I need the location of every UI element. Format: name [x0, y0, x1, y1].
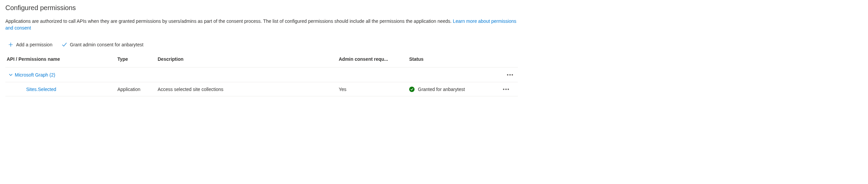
group-more-button[interactable]: ••• — [504, 71, 517, 79]
permission-admin-consent: Yes — [339, 87, 409, 92]
permission-name-link[interactable]: Sites.Selected — [7, 87, 117, 92]
api-group-label: Microsoft Graph (2) — [15, 72, 55, 78]
api-group-toggle[interactable]: Microsoft Graph (2) — [7, 71, 500, 79]
chevron-down-icon — [9, 73, 13, 77]
plus-icon — [8, 42, 13, 47]
col-header-type[interactable]: Type — [117, 56, 158, 62]
permission-status: Granted for anbarytest — [409, 87, 496, 92]
section-description: Applications are authorized to call APIs… — [5, 18, 522, 31]
permission-type: Application — [117, 87, 158, 92]
api-group-row: Microsoft Graph (2) ••• — [5, 68, 518, 82]
row-more-button[interactable]: ••• — [500, 86, 513, 93]
col-header-name[interactable]: API / Permissions name — [7, 56, 117, 62]
table-row: Sites.Selected Application Access select… — [5, 82, 518, 96]
grant-consent-label: Grant admin consent for anbarytest — [70, 42, 143, 47]
col-header-status[interactable]: Status — [409, 56, 496, 62]
add-permission-button[interactable]: Add a permission — [7, 41, 53, 49]
col-header-admin-consent[interactable]: Admin consent requ... — [339, 56, 409, 62]
ellipsis-icon: ••• — [503, 87, 510, 92]
add-permission-label: Add a permission — [16, 42, 52, 47]
table-header-row: API / Permissions name Type Description … — [5, 53, 518, 68]
checkmark-icon — [62, 42, 67, 47]
description-text: Applications are authorized to call APIs… — [5, 19, 453, 24]
grant-consent-button[interactable]: Grant admin consent for anbarytest — [61, 41, 144, 49]
section-title: Configured permissions — [5, 4, 863, 12]
permission-description: Access selected site collections — [158, 87, 339, 92]
ellipsis-icon: ••• — [507, 73, 514, 77]
permission-status-text: Granted for anbarytest — [418, 87, 465, 92]
success-icon — [409, 87, 414, 92]
permissions-toolbar: Add a permission Grant admin consent for… — [5, 41, 863, 53]
col-header-description[interactable]: Description — [158, 56, 339, 62]
permissions-table: API / Permissions name Type Description … — [5, 53, 518, 96]
